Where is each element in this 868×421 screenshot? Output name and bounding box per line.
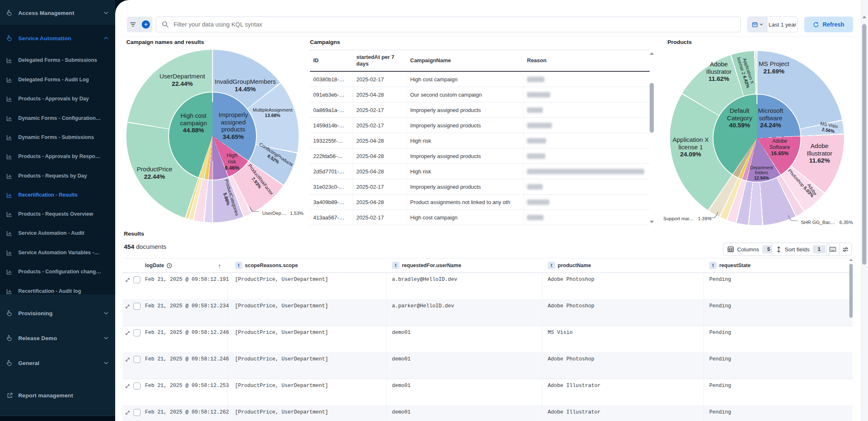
search-input[interactable] [173,21,735,28]
row-checkbox[interactable] [133,409,140,416]
cell-reason [524,164,650,179]
row-checkbox[interactable] [133,382,140,389]
column-header-productname[interactable]: tproductName [548,258,591,273]
scroll-up-arrow[interactable] [650,52,654,55]
column-header-campaignname[interactable]: CampaignName [407,57,524,64]
expand-row-icon[interactable] [125,384,130,389]
hand-pointer-icon [6,9,13,17]
filter-menu-button[interactable] [127,17,140,32]
table-row[interactable]: Feb 21, 2025 @ 09:58:12.191 [ProductPric… [123,273,853,299]
chevron-down-icon [104,336,109,340]
expand-row-icon[interactable] [125,357,130,362]
row-checkbox[interactable] [133,356,140,363]
sidebar-item-recertification-audit-log[interactable]: Recertification - Audit log [0,282,115,300]
fullscreen-keyboard-button[interactable] [827,243,839,256]
sidebar-item-dynamic-forms-submissions[interactable]: Dynamic Forms - Submissions [0,128,115,146]
sidebar-item-service-automation[interactable]: Service Automation [0,29,115,47]
table-row[interactable]: 2d5d7701-…2025-04-28High risk [310,164,650,179]
table-row[interactable]: 1932255f-…2025-04-28High risk [310,133,650,148]
bar-chart-icon [6,173,13,179]
table-row[interactable]: 3a409b89-…2025-04-28Product assignments … [310,195,650,210]
sidebar-item-access-management[interactable]: Access Management [0,4,115,22]
main-scrollbar-thumb[interactable] [862,24,866,265]
expand-row-icon[interactable] [125,277,130,282]
table-row[interactable]: 31e023c0-…2025-02-17Improperly assigned … [310,179,650,195]
table-row[interactable]: Feb 21, 2025 @ 09:58:12.246 [ProductPric… [123,352,853,379]
cell-logdate: Feb 21, 2025 @ 09:58:12.191 [145,277,229,282]
display-options-button[interactable] [839,243,852,256]
sidebar-item-report-management[interactable]: Report management [0,386,115,404]
cell-user: demo01 [392,356,411,362]
cell-name: Improperly assigned products [407,102,524,117]
sidebar-item-label: Service Automation - Audit [18,230,85,236]
sidebar-item-general[interactable]: General [0,354,115,372]
expand-row-icon[interactable] [125,304,130,309]
redacted-text [527,184,543,190]
cell-name: High risk [407,133,524,148]
scroll-up-arrow[interactable] [862,16,866,18]
sidebar-item-delegated-forms-audit-log[interactable]: Delegated Forms - Audit Log [0,71,115,89]
table-row[interactable]: Feb 21, 2025 @ 09:58:12.246 [ProductPric… [123,326,853,353]
cell-state: Pending [709,409,731,415]
scroll-down-arrow[interactable] [650,221,654,223]
sidebar-item-dynamic-forms-configuration[interactable]: Dynamic Forms - Configuration… [0,109,115,127]
sort-fields-button[interactable]: Sort fields 1 [771,243,830,256]
column-header-requeststate[interactable]: trequestState [709,258,751,273]
table-row[interactable]: 413aa567-…2025-02-17High cost campaign [310,210,650,225]
cell-id: 31e023c0-… [310,179,353,194]
table-row[interactable]: Feb 21, 2025 @ 09:58:12.262 [ProductPric… [123,405,853,421]
expand-row-icon[interactable] [125,410,130,415]
columns-label: Columns [737,246,759,253]
sidebar-item-service-automation-audit[interactable]: Service Automation - Audit [0,224,115,242]
cell-state: Pending [709,356,731,362]
table-row[interactable]: 00380b18-…2025-02-17High cost campaign [310,72,650,87]
refresh-button[interactable]: Refresh [804,17,853,32]
campaigns-table-title: Campaigns [310,39,340,45]
sidebar-item-service-automation-variables[interactable]: Service Automation Variables -… [0,243,115,262]
results-scrollbar-thumb[interactable] [849,264,853,318]
cell-date: 2025-02-17 [353,118,407,133]
table-row[interactable]: 222fda56-…2025-04-28Improperly assigned … [310,148,650,164]
sidebar-item-provisioning[interactable]: Provisioning [0,304,115,322]
table-row[interactable]: 1459d14b-…2025-02-17Improperly assigned … [310,118,650,133]
column-header-requestedfor[interactable]: trequestedFor.userName [392,258,461,273]
table-row[interactable]: Feb 21, 2025 @ 09:58:12.234 [ProductPric… [123,299,853,326]
sidebar-item-recertification-results[interactable]: Recertification - Results [0,186,115,204]
sidebar-item-products-requests-by-day[interactable]: Products - Requests by Day [0,167,115,185]
row-checkbox[interactable] [133,276,140,283]
row-checkbox[interactable] [133,329,140,336]
sidebar-item-products-configuration-changes[interactable]: Products - Configuration chang… [0,263,115,281]
column-header-id[interactable]: ID [310,57,353,64]
table-row[interactable]: 0a869a1a-…2025-02-17Improperly assigned … [310,102,650,118]
cell-id: 091eb3eb-… [310,87,353,102]
column-header-scope[interactable]: tscopeReasons.scope [235,258,298,273]
table-row[interactable]: 091eb3eb-…2025-04-28Our second custom ca… [310,87,650,102]
row-checkbox[interactable] [133,303,140,310]
add-filter-button[interactable]: + [140,17,152,32]
sidebar-item-release-demo[interactable]: Release Demo [0,329,115,347]
sidebar-item-products-approvals-by-resource[interactable]: Products - Approvals by Respo… [0,147,115,165]
sidebar-item-products-requests-overview[interactable]: Products - Requests Overview [0,205,115,223]
kql-search-bar[interactable] [156,17,741,32]
column-header-logdate[interactable]: logDate [145,258,172,273]
expand-row-icon[interactable] [125,331,130,336]
column-header-reason[interactable]: Reason [524,57,650,64]
column-header-startedat[interactable]: startedAt per 7 days [353,54,407,68]
campaigns-scrollbar-thumb[interactable] [650,83,654,133]
time-range-picker[interactable]: Last 1 year [747,17,798,32]
dashboard-app: Access Management Service Automation Del… [0,0,868,421]
time-range-value[interactable]: Last 1 year [767,17,798,32]
sidebar-item-label: Products - Configuration chang… [18,269,101,275]
campaigns-table: ID startedAt per 7 days CampaignName Rea… [310,50,650,227]
scroll-up-arrow[interactable] [849,259,853,261]
sort-ascending-icon[interactable]: ↑ [218,258,221,273]
sidebar-item-products-approvals-by-day[interactable]: Products - Approvals by Day [0,90,115,108]
sidebar-item-delegated-forms-submissions[interactable]: Delegated Forms - Submissions [0,51,115,69]
chevron-up-icon [104,37,109,40]
sort-fields-label: Sort fields [785,246,810,253]
table-row[interactable]: Feb 21, 2025 @ 09:58:12.253 [ProductPric… [123,379,853,406]
chevron-down-icon [104,361,109,365]
calendar-menu-button[interactable] [748,17,767,32]
cell-id: 2d5d7701-… [310,164,353,179]
columns-button[interactable]: Columns 5 [723,243,779,256]
